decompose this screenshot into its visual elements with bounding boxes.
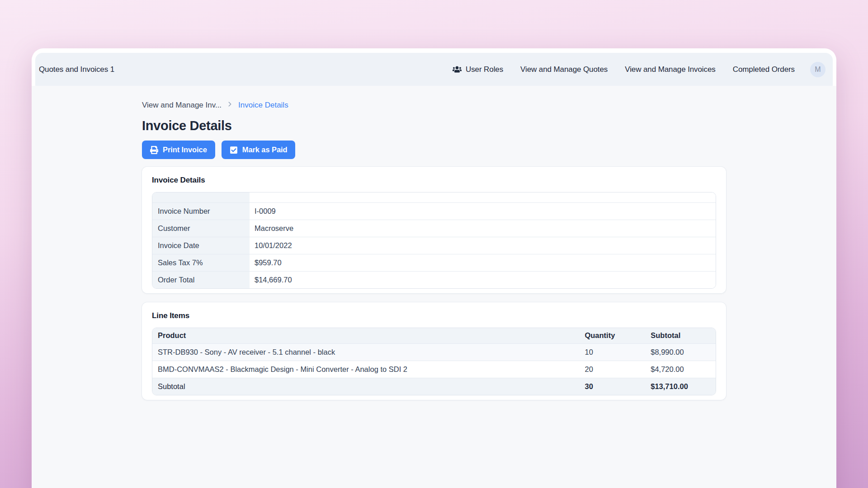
line-item-quantity: 10 xyxy=(579,343,645,361)
app-title: Quotes and Invoices 1 xyxy=(39,65,114,74)
invoice-field-row: Sales Tax 7% $959.70 xyxy=(152,254,716,271)
breadcrumb: View and Manage Inv... Invoice Details xyxy=(142,100,726,110)
invoice-details-card: Invoice Details Invoice Number I-0009 xyxy=(142,167,726,293)
nav-item-label: User Roles xyxy=(466,65,503,74)
field-value: 10/01/2022 xyxy=(250,237,716,254)
app-window: Quotes and Invoices 1 User Roles View an… xyxy=(32,48,836,488)
line-items-total-row: Subtotal 30 $13,710.00 xyxy=(152,378,716,395)
invoice-field-row: Customer Macroserve xyxy=(152,220,716,237)
line-item-product: STR-DB930 - Sony - AV receiver - 5.1 cha… xyxy=(152,343,579,361)
line-item-subtotal: $4,720.00 xyxy=(645,361,716,378)
line-item-quantity: 20 xyxy=(579,361,645,378)
nav-item-view-manage-invoices[interactable]: View and Manage Invoices xyxy=(625,65,715,74)
invoice-field-row: Invoice Date 10/01/2022 xyxy=(152,237,716,254)
line-item-subtotal: $8,990.00 xyxy=(645,343,716,361)
content-area: View and Manage Inv... Invoice Details I… xyxy=(32,86,836,488)
line-items-header-row: Product Quantity Subtotal xyxy=(152,328,716,343)
field-label: Customer xyxy=(152,220,250,237)
invoice-details-table: Invoice Number I-0009 Customer Macroserv… xyxy=(152,192,716,289)
line-item-product: BMD-CONVMAAS2 - Blackmagic Design - Mini… xyxy=(152,361,579,378)
check-square-icon xyxy=(230,146,238,154)
nav-item-completed-orders[interactable]: Completed Orders xyxy=(733,65,795,74)
printer-icon xyxy=(150,146,158,154)
field-label: Order Total xyxy=(152,271,250,288)
field-value: I-0009 xyxy=(250,202,716,220)
empty-header-cell xyxy=(250,192,716,202)
chevron-right-icon xyxy=(226,100,234,110)
invoice-details-card-title: Invoice Details xyxy=(152,176,716,185)
nav-item-view-manage-quotes[interactable]: View and Manage Quotes xyxy=(520,65,608,74)
user-avatar[interactable]: M xyxy=(810,62,826,77)
nav-item-label: View and Manage Invoices xyxy=(625,65,715,74)
top-navigation-bar: Quotes and Invoices 1 User Roles View an… xyxy=(35,53,833,86)
line-items-card: Line Items Product Quantity Subtotal xyxy=(142,302,726,400)
line-items-card-title: Line Items xyxy=(152,311,716,320)
line-item-row: STR-DB930 - Sony - AV receiver - 5.1 cha… xyxy=(152,343,716,361)
top-nav: User Roles View and Manage Quotes View a… xyxy=(453,62,826,77)
total-subtotal: $13,710.00 xyxy=(645,378,716,395)
line-items-table: Product Quantity Subtotal STR-DB930 - So… xyxy=(152,328,716,395)
field-label: Invoice Number xyxy=(152,202,250,220)
field-label: Invoice Date xyxy=(152,237,250,254)
column-header-subtotal: Subtotal xyxy=(645,328,716,343)
page-title: Invoice Details xyxy=(142,118,726,133)
column-header-product: Product xyxy=(152,328,579,343)
field-value: $14,669.70 xyxy=(250,271,716,288)
action-buttons: Print Invoice Mark as Paid xyxy=(142,141,726,159)
invoice-field-row: Invoice Number I-0009 xyxy=(152,202,716,220)
nav-item-user-roles[interactable]: User Roles xyxy=(453,65,503,74)
field-value: Macroserve xyxy=(250,220,716,237)
nav-item-label: Completed Orders xyxy=(733,65,795,74)
column-header-quantity: Quantity xyxy=(579,328,645,343)
line-item-row: BMD-CONVMAAS2 - Blackmagic Design - Mini… xyxy=(152,361,716,378)
invoice-field-row: Order Total $14,669.70 xyxy=(152,271,716,288)
field-label: Sales Tax 7% xyxy=(152,254,250,271)
print-invoice-button[interactable]: Print Invoice xyxy=(142,141,215,159)
mark-as-paid-button[interactable]: Mark as Paid xyxy=(222,141,296,159)
users-icon xyxy=(453,66,462,73)
nav-item-label: View and Manage Quotes xyxy=(520,65,608,74)
print-invoice-label: Print Invoice xyxy=(163,145,207,154)
table-header-row xyxy=(152,192,716,202)
mark-as-paid-label: Mark as Paid xyxy=(242,145,288,154)
breadcrumb-current[interactable]: Invoice Details xyxy=(238,101,288,110)
total-row-label: Subtotal xyxy=(152,378,579,395)
total-quantity: 30 xyxy=(579,378,645,395)
breadcrumb-parent-link[interactable]: View and Manage Inv... xyxy=(142,101,222,110)
empty-header-cell xyxy=(152,192,250,202)
field-value: $959.70 xyxy=(250,254,716,271)
